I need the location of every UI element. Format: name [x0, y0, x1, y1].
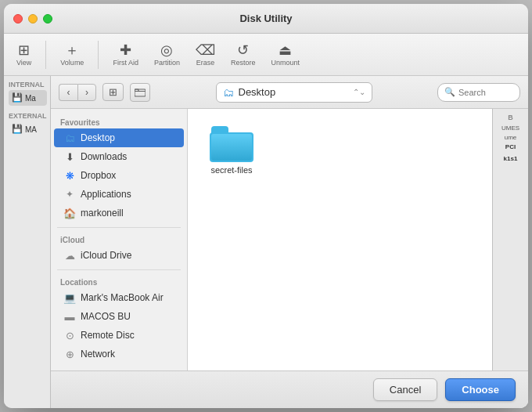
macos-bu-icon: ▬	[63, 310, 76, 323]
erase-label: Erase	[196, 59, 215, 67]
restore-icon: ↺	[237, 43, 249, 57]
new-folder-icon	[135, 87, 146, 98]
view-icon: ⊞	[18, 43, 30, 57]
network-icon: ⊕	[63, 348, 76, 360]
main-toolbar: ⊞ View ＋ Volume ✚ First Aid ◎ Partition …	[4, 34, 528, 76]
sidebar-item-network[interactable]: ⊕ Network	[54, 345, 184, 363]
minimize-button[interactable]	[28, 14, 38, 23]
sidebar-item-macos-bu[interactable]: ▬ MACOS BU	[54, 307, 184, 326]
search-box[interactable]: 🔍	[437, 83, 520, 102]
macbook-icon: 💻	[63, 291, 76, 304]
svg-rect-1	[135, 89, 138, 92]
choose-button[interactable]: Choose	[445, 378, 516, 401]
sidebar-item-label-downloads: Downloads	[81, 151, 127, 162]
internal-item[interactable]: 💾 Ma	[9, 90, 47, 106]
sidebar-divider-2	[57, 269, 181, 270]
unmount-button[interactable]: ⏏ Unmount	[266, 42, 304, 68]
file-name-secret-files: secret-files	[210, 165, 252, 175]
sidebar-item-desktop[interactable]: 🗂 Desktop	[54, 128, 184, 147]
sidebar-item-dropbox[interactable]: ❋ Dropbox	[54, 166, 184, 185]
external-item[interactable]: 💾 MA	[9, 121, 47, 137]
window-title: Disk Utility	[239, 13, 292, 24]
restore-label: Restore	[231, 59, 256, 67]
cancel-button[interactable]: Cancel	[373, 378, 437, 401]
restore-button[interactable]: ↺ Restore	[226, 42, 261, 68]
unmount-icon: ⏏	[279, 43, 292, 57]
sidebar-item-markoneill[interactable]: 🏠 markoneill	[54, 204, 184, 222]
dialog-topbar: ‹ › ⊞ 🗂 Desktop ⌃⌄	[51, 76, 528, 109]
maximize-button[interactable]	[43, 14, 52, 23]
view-button[interactable]: ⊞ View	[12, 42, 36, 68]
traffic-lights	[13, 14, 52, 23]
folder-icon	[210, 126, 253, 162]
svg-rect-0	[135, 89, 146, 96]
external-disk-icon: 💾	[12, 124, 23, 135]
disk-left-panel: Internal 💾 Ma External 💾 MA	[4, 76, 51, 408]
internal-label: Internal	[9, 81, 47, 89]
file-item-secret-files[interactable]: secret-files	[200, 121, 263, 179]
sidebar-item-label-macbook: Mark's MacBook Air	[81, 292, 164, 303]
sidebar-item-icloud-drive[interactable]: ☁ iCloud Drive	[54, 246, 184, 265]
location-dropdown[interactable]: 🗂 Desktop ⌃⌄	[216, 82, 372, 103]
view-toggle-button[interactable]: ⊞	[102, 83, 124, 101]
first-aid-label: First Aid	[113, 59, 138, 67]
main-window: Disk Utility ⊞ View ＋ Volume ✚ First Aid…	[4, 4, 528, 408]
erase-icon: ⌫	[196, 43, 215, 57]
unmount-label: Unmount	[271, 59, 300, 67]
view-label: View	[16, 59, 31, 67]
first-aid-button[interactable]: ✚ First Aid	[108, 42, 143, 68]
internal-section: Internal 💾 Ma	[4, 76, 50, 107]
right-panel-pci-value: PCI	[496, 143, 525, 150]
file-area: secret-files	[188, 109, 492, 370]
location-text: Desktop	[239, 86, 348, 98]
volume-icon: ＋	[65, 43, 79, 57]
volume-button[interactable]: ＋ Volume	[56, 42, 88, 68]
sidebar-item-label-applications: Applications	[81, 189, 131, 200]
file-dialog: ‹ › ⊞ 🗂 Desktop ⌃⌄	[51, 76, 528, 408]
sidebar-divider-1	[57, 227, 181, 228]
favourites-label: Favourites	[51, 115, 187, 128]
downloads-icon: ⬇	[63, 150, 76, 163]
title-bar: Disk Utility	[4, 4, 528, 34]
applications-icon: ✦	[63, 188, 76, 201]
sidebar-item-label-markoneill: markoneill	[81, 208, 124, 219]
sidebar-item-macbook[interactable]: 💻 Mark's MacBook Air	[54, 288, 184, 307]
sidebar-item-downloads[interactable]: ⬇ Downloads	[54, 147, 184, 166]
search-icon: 🔍	[444, 87, 455, 97]
dropbox-icon: ❋	[63, 169, 76, 182]
erase-button[interactable]: ⌫ Erase	[191, 42, 220, 68]
dropdown-arrow-icon: ⌃⌄	[353, 88, 365, 96]
toolbar-sep-2	[98, 41, 99, 69]
sidebar: Favourites 🗂 Desktop ⬇ Downloads ❋ Dropb…	[51, 109, 188, 370]
new-folder-button[interactable]	[130, 83, 150, 102]
sidebar-item-label-macos-bu: MACOS BU	[81, 311, 131, 322]
sidebar-item-label-network: Network	[81, 349, 115, 360]
main-area: Internal 💾 Ma External 💾 MA ‹ ›	[4, 76, 528, 408]
partition-button[interactable]: ◎ Partition	[149, 42, 185, 68]
home-icon: 🏠	[63, 207, 76, 219]
toolbar-sep-1	[45, 41, 46, 69]
back-button[interactable]: ‹	[59, 84, 77, 101]
right-panel-k1s1-value: k1s1	[496, 155, 525, 162]
close-button[interactable]	[13, 14, 23, 23]
search-input[interactable]	[458, 88, 513, 97]
dialog-footer: Cancel Choose	[51, 370, 528, 408]
right-panel-b-label: B	[496, 114, 525, 121]
desktop-icon: 🗂	[63, 132, 76, 144]
locations-label: Locations	[51, 275, 187, 288]
sidebar-item-label-remote-disc: Remote Disc	[81, 330, 135, 341]
sidebar-item-label-desktop: Desktop	[81, 132, 115, 143]
right-panel-ume-text: ume	[496, 134, 525, 141]
sidebar-item-remote-disc[interactable]: ⊙ Remote Disc	[54, 326, 184, 345]
partition-label: Partition	[154, 59, 180, 67]
dialog-content: Favourites 🗂 Desktop ⬇ Downloads ❋ Dropb…	[51, 109, 528, 370]
internal-item-text: Ma	[25, 94, 36, 103]
external-section: External 💾 MA	[4, 107, 50, 139]
sidebar-item-applications[interactable]: ✦ Applications	[54, 185, 184, 204]
forward-button[interactable]: ›	[77, 84, 96, 101]
volume-label: Volume	[60, 59, 84, 67]
icloud-icon: ☁	[63, 249, 76, 262]
sidebar-item-label-dropbox: Dropbox	[81, 170, 116, 181]
sidebar-item-label-icloud: iCloud Drive	[81, 250, 131, 261]
right-panel-umes-text: UMES	[496, 125, 525, 132]
